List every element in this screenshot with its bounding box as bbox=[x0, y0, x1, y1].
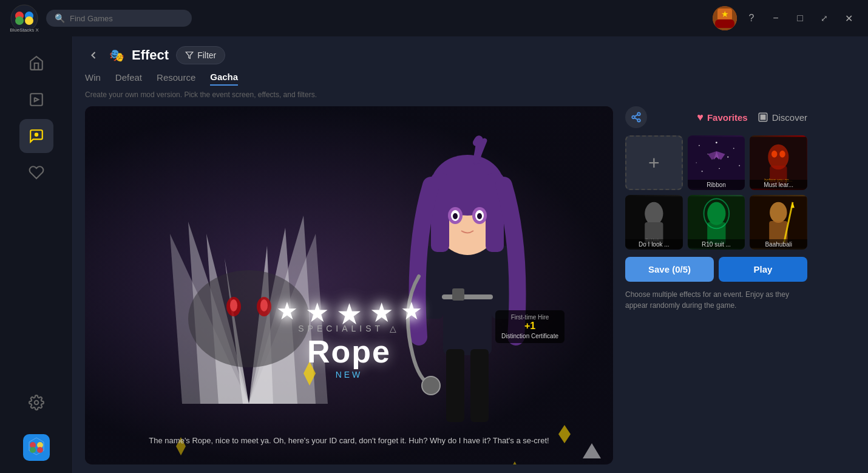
svg-marker-20 bbox=[186, 52, 193, 59]
svg-rect-67 bbox=[761, 115, 762, 117]
effect-baahubali-label: Baahubali bbox=[750, 239, 807, 250]
preview-subtitle: The name's Rope, nice to meet ya. Oh, he… bbox=[138, 435, 560, 447]
svg-point-73 bbox=[716, 141, 717, 143]
add-effect-button[interactable]: + bbox=[625, 135, 683, 190]
sidebar-item-favorites[interactable] bbox=[19, 155, 53, 189]
character-label: SPECIALIST △ bbox=[298, 324, 400, 333]
svg-point-87 bbox=[771, 151, 777, 157]
title-bar-controls: ★ ? − □ ⤢ ✕ bbox=[713, 6, 858, 30]
svg-line-64 bbox=[634, 118, 637, 120]
panel-hint: Choose multiple effects for an event. En… bbox=[625, 289, 807, 311]
svg-point-74 bbox=[733, 148, 734, 149]
close-button[interactable]: ✕ bbox=[839, 9, 858, 28]
svg-point-80 bbox=[701, 171, 702, 172]
character-name: Rope bbox=[298, 333, 400, 370]
svg-point-13 bbox=[34, 401, 38, 405]
tab-resource[interactable]: Resource bbox=[157, 72, 195, 85]
sidebar-item-library[interactable] bbox=[19, 83, 53, 117]
svg-rect-9 bbox=[715, 19, 734, 28]
svg-point-99 bbox=[770, 202, 787, 223]
svg-point-95 bbox=[707, 202, 725, 225]
page-title: Effect bbox=[132, 47, 169, 63]
svg-rect-70 bbox=[763, 118, 765, 120]
effect-card-r10[interactable]: R10 suit ... bbox=[688, 195, 745, 250]
maximize-button[interactable]: □ bbox=[790, 9, 810, 28]
discover-button[interactable]: Discover bbox=[758, 112, 807, 123]
svg-point-48 bbox=[477, 213, 482, 219]
sidebar-item-settings[interactable] bbox=[19, 386, 53, 420]
search-icon: 🔍 bbox=[55, 13, 65, 23]
svg-point-33 bbox=[260, 299, 268, 311]
preview-image: ★ ★ ★ ★ ★ SPECIALIST △ Rope NEW Firs bbox=[85, 106, 613, 464]
tab-defeat[interactable]: Defeat bbox=[115, 72, 142, 85]
right-panel: ♥ Favorites Discover bbox=[625, 106, 807, 464]
svg-point-32 bbox=[230, 299, 237, 311]
search-input[interactable] bbox=[70, 14, 183, 23]
search-bar[interactable]: 🔍 bbox=[46, 10, 192, 27]
svg-point-5 bbox=[25, 16, 33, 25]
svg-point-76 bbox=[727, 156, 728, 157]
character-name-area: SPECIALIST △ Rope NEW bbox=[298, 324, 400, 379]
action-buttons: Save (0/5) Play bbox=[625, 257, 807, 282]
svg-line-65 bbox=[634, 115, 637, 117]
svg-rect-11 bbox=[30, 94, 42, 106]
bottom-logo bbox=[23, 434, 50, 463]
effect-card-baahubali[interactable]: Baahubali bbox=[750, 195, 807, 250]
svg-point-61 bbox=[637, 113, 640, 116]
svg-point-88 bbox=[780, 151, 785, 157]
play-button[interactable]: Play bbox=[719, 257, 807, 282]
effect-card-ribbon[interactable]: Ribbon bbox=[688, 135, 745, 190]
svg-rect-69 bbox=[761, 118, 762, 120]
main-layout: 🎭 Effect Filter Win Defeat Resource Gach… bbox=[0, 36, 868, 473]
new-badge: NEW bbox=[298, 370, 400, 379]
save-button[interactable]: Save (0/5) bbox=[625, 257, 714, 282]
effect-r10-label: R10 suit ... bbox=[688, 239, 745, 250]
character-svg bbox=[382, 124, 552, 440]
preview-area: ★ ★ ★ ★ ★ SPECIALIST △ Rope NEW Firs bbox=[85, 106, 613, 464]
filter-button[interactable]: Filter bbox=[176, 46, 225, 64]
svg-point-12 bbox=[35, 134, 37, 136]
svg-rect-34 bbox=[443, 246, 492, 355]
svg-rect-14 bbox=[23, 434, 50, 461]
back-button[interactable] bbox=[85, 47, 102, 64]
title-bar: BlueStacks X 🔍 ★ ? − □ ⤢ ✕ bbox=[0, 0, 868, 36]
svg-point-78 bbox=[739, 165, 740, 166]
effect-doilook-label: Do I look ... bbox=[625, 239, 683, 250]
svg-rect-51 bbox=[452, 288, 464, 301]
svg-text:★: ★ bbox=[721, 9, 729, 19]
help-button[interactable]: ? bbox=[742, 9, 761, 28]
svg-rect-38 bbox=[470, 349, 489, 422]
svg-point-62 bbox=[632, 116, 635, 119]
effect-icon: 🎭 bbox=[109, 48, 124, 63]
content-split: ★ ★ ★ ★ ★ SPECIALIST △ Rope NEW Firs bbox=[85, 106, 856, 464]
svg-text:BlueStacks X: BlueStacks X bbox=[10, 27, 39, 33]
svg-point-79 bbox=[719, 168, 720, 169]
sidebar-item-effects[interactable] bbox=[19, 119, 53, 153]
tab-gacha[interactable]: Gacha bbox=[210, 72, 238, 86]
app-logo: BlueStacks X bbox=[10, 4, 39, 33]
sidebar-item-home[interactable] bbox=[19, 46, 53, 80]
svg-point-77 bbox=[696, 162, 697, 163]
svg-point-63 bbox=[637, 119, 640, 122]
svg-rect-68 bbox=[763, 115, 765, 117]
svg-rect-37 bbox=[446, 349, 464, 422]
tab-win[interactable]: Win bbox=[85, 72, 101, 85]
effect-card-must[interactable]: before you go... Must lear... bbox=[750, 135, 807, 190]
minimize-button[interactable]: − bbox=[766, 9, 785, 28]
share-button[interactable] bbox=[625, 106, 647, 128]
add-icon: + bbox=[648, 152, 660, 174]
favorites-button[interactable]: ♥ Favorites bbox=[697, 111, 747, 124]
effect-card-doilook[interactable]: Do I look... Do I look ... bbox=[625, 195, 683, 250]
left-sidebar bbox=[0, 36, 73, 473]
restore-button[interactable]: ⤢ bbox=[815, 9, 834, 28]
effect-must-label: Must lear... bbox=[750, 180, 807, 190]
user-avatar[interactable]: ★ bbox=[713, 6, 737, 30]
content-area: 🎭 Effect Filter Win Defeat Resource Gach… bbox=[73, 36, 868, 473]
svg-point-49 bbox=[422, 376, 440, 395]
svg-point-91 bbox=[645, 202, 663, 225]
svg-rect-50 bbox=[442, 294, 493, 299]
effect-grid: + bbox=[625, 135, 807, 250]
svg-point-4 bbox=[15, 16, 24, 25]
svg-point-18 bbox=[30, 447, 36, 453]
svg-point-72 bbox=[699, 145, 700, 146]
